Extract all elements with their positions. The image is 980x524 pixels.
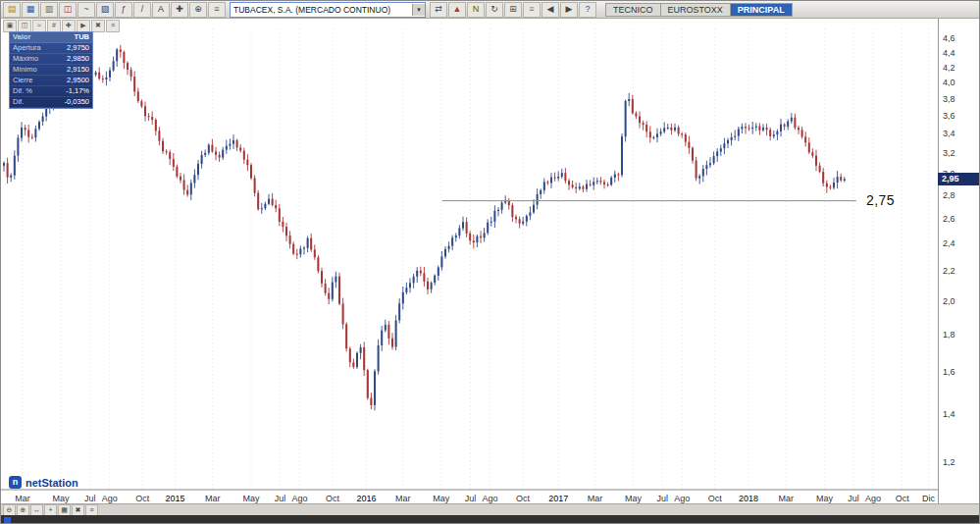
pan-icon[interactable]: +: [44, 504, 57, 516]
legend-value: -0,0350: [65, 97, 89, 107]
legend-row: Cierre2,9500: [10, 76, 92, 86]
zoom-out-icon[interactable]: ⊖: [3, 504, 16, 516]
statusbar: [1, 515, 980, 524]
settings-icon[interactable]: ≡: [208, 2, 226, 18]
x-axis-label: May: [625, 494, 643, 503]
x-axis-label: Dic: [922, 494, 935, 503]
price-axis-label: 2,4: [943, 238, 955, 248]
price-axis-label: 1,4: [943, 409, 955, 419]
indicator-icon[interactable]: ƒ: [115, 2, 132, 18]
price-axis-label: 4,0: [943, 78, 955, 87]
legend-row: ValorTUB: [10, 32, 92, 43]
x-axis-label: Jul: [465, 494, 477, 503]
x-axis-label: Mar: [395, 494, 411, 503]
legend-row: Dif.-0,0350: [10, 97, 92, 108]
legend-value: -1,17%: [66, 86, 89, 96]
symbol-selector-value: TUBACEX, S.A. (MERCADO CONTINUO): [231, 5, 412, 15]
price-axis[interactable]: 4,64,44,24,03,83,63,43,23,02,82,62,42,22…: [938, 19, 980, 503]
chevron-down-icon[interactable]: ▼: [412, 4, 425, 16]
legend-label: Dif.: [13, 97, 24, 107]
line-chart-icon[interactable]: ~: [77, 2, 95, 18]
price-axis-label: 1,6: [943, 367, 955, 377]
print-icon[interactable]: ▥: [40, 2, 58, 18]
x-axis-label: Jul: [656, 494, 668, 503]
legend-value: TUB: [75, 32, 89, 42]
x-axis-label: 2016: [356, 494, 376, 503]
support-price-label: 2,75: [866, 192, 895, 208]
chart-panel: ▣◫≈#✚▶✖≡ ValorTUBApertura2,9750Máximo2,9…: [1, 19, 980, 503]
toolbar-left-icons: ▤▦▥◫~▧ƒ/A✚⊕≡: [3, 2, 226, 18]
compare-icon[interactable]: ⇄: [430, 2, 447, 18]
x-axis-label: May: [242, 494, 260, 503]
save-icon[interactable]: ▦: [22, 2, 39, 18]
x-axis-label: Oct: [896, 494, 910, 503]
x-axis-label: Jul: [84, 494, 96, 503]
trendline-icon[interactable]: /: [133, 2, 151, 18]
x-axis-label: Mar: [779, 494, 795, 503]
tab-tecnico[interactable]: TECNICO: [605, 3, 661, 17]
forward-icon[interactable]: ▶: [560, 2, 578, 18]
legend-label: Dif. %: [13, 86, 32, 96]
legend-value: 2,9150: [67, 65, 89, 75]
zoom-in-icon[interactable]: ⊕: [189, 2, 207, 18]
x-axis-label: May: [53, 494, 71, 503]
workspace-tabs: TECNICOEUROSTOXXPRINCIPAL: [605, 3, 793, 17]
symbol-selector[interactable]: TUBACEX, S.A. (MERCADO CONTINUO) ▼: [230, 2, 426, 18]
menu-icon[interactable]: ≡: [106, 20, 120, 32]
price-axis-label: 3,2: [943, 148, 955, 158]
price-axis-label: 3,4: [943, 129, 955, 138]
zoom-in-icon[interactable]: ⊕: [17, 504, 29, 516]
x-axis-label: 2017: [548, 494, 568, 503]
price-axis-label: 3,8: [943, 94, 955, 104]
alert-icon[interactable]: ▲: [448, 2, 466, 18]
x-axis-label: Oct: [516, 494, 531, 503]
x-axis-label: Oct: [326, 494, 340, 503]
netstation-watermark-text: netStation: [26, 477, 78, 489]
top-toolbar: ▤▦▥◫~▧ƒ/A✚⊕≡ TUBACEX, S.A. (MERCADO CONT…: [1, 1, 980, 19]
layout-icon[interactable]: ⊞: [504, 2, 522, 18]
tab-principal[interactable]: PRINCIPAL: [731, 3, 793, 17]
legend-row: Máximo2,9850: [10, 54, 92, 65]
statusbar-chip: [4, 517, 11, 524]
chart-menu-icon[interactable]: ≡: [85, 504, 98, 516]
back-icon[interactable]: ◀: [542, 2, 559, 18]
text-tool-icon[interactable]: A: [152, 2, 170, 18]
candlestick-series: [3, 45, 846, 411]
candlestick-chart-icon[interactable]: ◫: [59, 2, 77, 18]
candlestick-chart[interactable]: MarMayJulAgoOct2015MarMayJulAgoOct2016Ma…: [1, 19, 938, 503]
refresh-icon[interactable]: ↻: [486, 2, 503, 18]
legend-label: Apertura: [13, 43, 41, 53]
open-icon[interactable]: ▤: [3, 2, 21, 18]
crosshair-icon[interactable]: ✚: [171, 2, 188, 18]
legend-value: 2,9850: [67, 54, 89, 64]
erase-icon[interactable]: ✖: [91, 20, 105, 32]
legend-label: Valor: [13, 32, 30, 42]
x-axis-label: Mar: [588, 494, 603, 503]
x-axis-label: Ago: [482, 494, 497, 503]
tab-eurostoxx[interactable]: EUROSTOXX: [661, 3, 731, 17]
price-axis-label: 2,6: [943, 214, 955, 224]
x-axis-label: Jul: [275, 494, 286, 503]
bottom-toolbar: ⊖⊕↔+▦✖≡: [1, 503, 980, 515]
legend-row: Dif. %-1,17%: [10, 86, 92, 97]
x-axis-label: Oct: [135, 494, 150, 503]
grid-toggle-icon[interactable]: ▦: [58, 504, 71, 516]
news-icon[interactable]: N: [467, 2, 485, 18]
help-icon[interactable]: ?: [579, 2, 596, 18]
x-axis-label: Mar: [15, 494, 30, 503]
x-axis-label: May: [816, 494, 834, 503]
toolbar-right-icons: ⇄▲N↻⊞≡◀▶?: [430, 2, 596, 18]
netstation-watermark: n netStation: [9, 476, 78, 489]
price-axis-label: 3,6: [943, 111, 955, 121]
fit-width-icon[interactable]: ↔: [30, 504, 43, 516]
last-price-tag: 2,95: [938, 173, 980, 185]
bar-chart-icon[interactable]: ▧: [96, 2, 114, 18]
price-axis-label: 4,4: [943, 48, 955, 58]
x-axis-label: May: [433, 494, 450, 503]
clear-icon[interactable]: ✖: [72, 504, 84, 516]
legend-label: Cierre: [13, 76, 32, 85]
x-axis-label: Jul: [848, 494, 859, 503]
watchlist-icon[interactable]: ≡: [523, 2, 541, 18]
x-axis-label: Oct: [708, 494, 723, 503]
legend-row: Mínimo2,9150: [10, 65, 92, 76]
